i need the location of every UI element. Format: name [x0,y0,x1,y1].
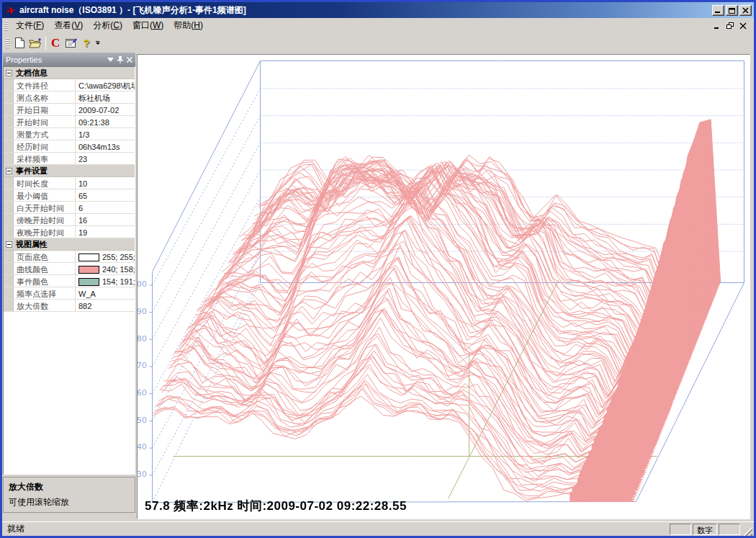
row-gutter [4,177,14,189]
property-value[interactable]: 10 [76,177,135,189]
properties-panel: Properties 文档信息文件路径C:\awa6298\机场测点名称栎社机场… [2,53,136,521]
property-row[interactable]: 曲线颜色240; 158; 15 [4,263,135,275]
c-weighting-button[interactable]: C [48,35,63,51]
close-button[interactable] [739,5,752,16]
menu-item[interactable]: 查看(V) [49,18,88,33]
property-value[interactable]: 16 [76,214,135,225]
property-value-text: 10 [78,179,87,188]
property-row[interactable]: 测点名称栎社机场 [4,91,135,104]
property-row[interactable]: 开始时间09:21:38 [4,116,135,128]
property-value-text: 65 [78,192,87,200]
spectrogram-canvas[interactable] [138,55,750,519]
section-title: 文档信息 [16,68,48,79]
resize-grip[interactable] [743,526,752,536]
row-gutter [4,202,14,213]
property-value[interactable]: W_A [76,287,135,299]
property-label: 夜晚开始时间 [14,226,76,238]
property-value[interactable]: 240; 158; 15 [76,263,135,274]
maximize-button[interactable] [726,5,738,16]
property-row[interactable]: 最小阈值65 [4,189,135,202]
panel-close-button[interactable] [127,57,132,63]
property-label: 测点名称 [14,91,76,103]
collapse-icon[interactable] [6,168,12,174]
properties-button[interactable] [63,35,78,51]
section-header[interactable]: 视图属性 [4,238,135,251]
property-row[interactable]: 事件颜色154; 191; 18 [4,275,135,287]
property-value[interactable]: 154; 191; 18 [76,275,135,287]
property-row[interactable]: 时间长度10 [4,177,135,189]
row-gutter [4,128,14,140]
property-label: 经历时间 [14,140,76,152]
row-gutter [4,275,14,287]
property-value[interactable]: C:\awa6298\机场 [76,79,135,91]
color-swatch[interactable] [78,266,99,274]
mdi-restore-button[interactable] [726,22,734,30]
property-label: 放大倍数 [14,300,76,311]
row-gutter [4,251,14,262]
collapse-icon[interactable] [6,70,12,76]
panel-menu-button[interactable] [107,58,114,62]
section-header[interactable]: 文档信息 [4,67,135,79]
property-label: 傍晚开始时间 [14,214,76,225]
c-letter-icon: C [51,36,60,50]
property-value[interactable]: 255; 255; 25 [76,251,135,262]
property-row[interactable]: 测量方式1/3 [4,128,135,140]
toolbar-separator [45,37,46,50]
menu-item[interactable]: 文件(F) [11,18,49,33]
minimize-button[interactable] [712,5,724,16]
panel-pin-button[interactable] [117,56,123,63]
property-value[interactable]: 65 [76,189,135,201]
menu-item[interactable]: 分析(C) [88,18,127,33]
status-cell [670,524,691,535]
property-value-text: W_A [78,290,96,298]
menu-item[interactable]: 窗口(W) [127,18,168,33]
property-value[interactable]: 882 [76,300,135,311]
cursor-readout: 57.8 频率:2kHz 时间:2009-07-02 09:22:28.55 [145,498,407,514]
property-value[interactable]: 2009-07-02 [76,104,135,115]
property-value[interactable]: 19 [76,226,135,238]
properties-panel-header[interactable]: Properties [3,53,135,66]
property-value[interactable]: 23 [76,153,135,164]
property-value[interactable]: 1/3 [76,128,135,140]
property-row[interactable]: 频率点选择W_A [4,287,135,300]
help-button[interactable]: ? [78,35,94,51]
mdi-minimize-button[interactable] [714,22,721,30]
property-row[interactable]: 页面底色255; 255; 25 [4,251,135,263]
titlebar[interactable]: ✈ aircraft noise（ISO3891 ）- [飞机噪声分析1-事件1… [2,2,754,18]
property-value[interactable]: 栎社机场 [76,91,135,103]
open-file-button[interactable] [27,35,42,51]
menubar-grip[interactable] [4,21,8,31]
new-file-button[interactable] [12,35,27,51]
property-value-text: C:\awa6298\机场 [78,81,135,91]
panel-title: Properties [6,55,42,64]
property-row[interactable]: 采样频率23 [4,153,135,165]
property-value-text: 16 [78,216,87,225]
main-area: Properties 文档信息文件路径C:\awa6298\机场测点名称栎社机场… [2,53,754,521]
color-swatch[interactable] [78,278,99,286]
mdi-minimize-icon [714,22,721,30]
toolbar-overflow-button[interactable] [94,35,102,51]
property-row[interactable]: 放大倍数882 [4,300,135,312]
chevron-down-icon [96,41,99,42]
menu-item[interactable]: 帮助(H) [168,18,208,33]
property-description-text: 可使用滚轮缩放 [9,496,130,508]
property-label: 采样频率 [14,153,76,164]
property-value[interactable]: 6 [76,202,135,213]
property-value[interactable]: 09:21:38 [76,116,135,127]
collapse-icon[interactable] [6,241,12,248]
section-title: 视图属性 [16,239,48,250]
mdi-close-button[interactable] [739,22,747,30]
property-row[interactable]: 白天开始时间6 [4,202,135,214]
property-row[interactable]: 夜晚开始时间19 [4,226,135,238]
close-icon [127,57,132,63]
section-header[interactable]: 事件设置 [4,165,135,177]
property-row[interactable]: 文件路径C:\awa6298\机场 [4,79,135,91]
color-swatch[interactable] [78,254,99,261]
open-folder-icon [29,38,42,48]
property-label: 最小阈值 [14,189,76,201]
property-row[interactable]: 傍晚开始时间16 [4,214,135,226]
toolbar-grip[interactable] [6,38,9,48]
property-row[interactable]: 开始日期2009-07-02 [4,104,135,116]
property-row[interactable]: 经历时间06h34m13s [4,140,135,153]
property-value[interactable]: 06h34m13s [76,140,135,152]
